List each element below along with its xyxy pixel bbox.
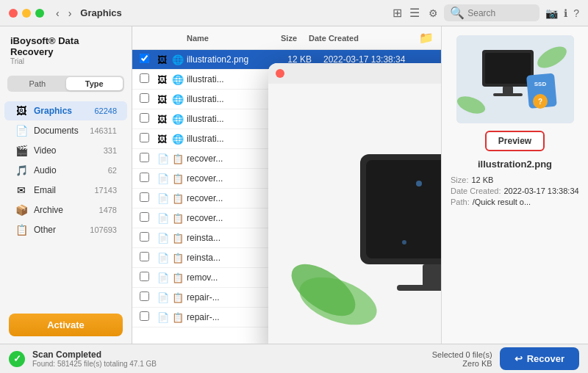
camera-icon[interactable]: 📷: [545, 7, 558, 19]
sidebar-icon-archive: 📦: [15, 204, 28, 216]
sidebar-item-documents[interactable]: 📄 Documents 146311: [4, 121, 127, 140]
selected-files-size: Zero KB: [432, 359, 492, 368]
sidebar-label-video: Video: [34, 145, 98, 156]
file-check-11[interactable]: [140, 271, 157, 284]
app-subtitle: Trial: [10, 57, 121, 65]
svg-rect-19: [485, 53, 531, 84]
info-icon[interactable]: ℹ: [564, 7, 567, 19]
file-path-detail: Path: /Quick result o...: [451, 198, 579, 206]
file-checkbox-13[interactable]: [140, 311, 149, 321]
file-checkbox-9[interactable]: [140, 232, 149, 242]
file-checkbox-11[interactable]: [140, 272, 149, 281]
preview-overlay: ? SSD: [268, 63, 441, 344]
file-type-icon-8: 📄: [157, 213, 172, 224]
back-button[interactable]: ‹: [53, 6, 62, 21]
file-check-3[interactable]: [140, 112, 157, 126]
file-check-9[interactable]: [140, 231, 157, 245]
maximize-button[interactable]: [35, 9, 44, 18]
activate-button[interactable]: Activate: [9, 314, 123, 336]
file-list-header: Name Size Date Created 📁: [132, 26, 441, 50]
file-info-name: illustration2.png: [478, 159, 552, 170]
file-format-icon-12: 📋: [172, 292, 187, 303]
svg-text:?: ?: [537, 98, 542, 106]
checkmark-icon: ✓: [13, 353, 21, 364]
size-label: Size:: [451, 175, 468, 184]
file-name-13: repair-...: [187, 312, 265, 322]
file-check-6[interactable]: [140, 172, 157, 185]
search-icon: 🔍: [450, 6, 465, 20]
tab-type[interactable]: Type: [66, 77, 123, 90]
file-check-10[interactable]: [140, 251, 157, 264]
sidebar-item-video[interactable]: 🎬 Video 331: [4, 141, 127, 160]
sidebar-label-graphics: Graphics: [34, 106, 88, 116]
file-check-1[interactable]: [140, 73, 157, 86]
file-checkbox-12[interactable]: [140, 291, 149, 301]
file-checkbox-1[interactable]: [140, 73, 149, 83]
file-format-icon-10: 📋: [172, 253, 187, 264]
file-type-icon-13: 📄: [157, 312, 172, 323]
forward-button[interactable]: ›: [65, 6, 75, 21]
file-name-4: illustrati...: [187, 134, 265, 144]
minimize-button[interactable]: [22, 9, 31, 18]
main-layout: iBoysoft® Data Recovery Trial Path Type …: [0, 26, 588, 344]
file-type-icon-4: 🖼: [157, 134, 172, 145]
sidebar-item-archive[interactable]: 📦 Archive 1478: [4, 200, 127, 220]
svg-rect-7: [397, 285, 441, 291]
file-check-2[interactable]: [140, 93, 157, 106]
sidebar-item-other[interactable]: 📋 Other 107693: [4, 220, 127, 239]
help-icon[interactable]: ?: [573, 7, 579, 19]
list-view-button[interactable]: ☰: [406, 4, 423, 21]
close-button[interactable]: [9, 9, 18, 18]
file-checkbox-5[interactable]: [140, 153, 149, 162]
file-format-icon-9: 📋: [172, 233, 187, 244]
sidebar-count-audio: 62: [108, 166, 117, 175]
extra-column: 📁: [419, 31, 434, 45]
tab-path[interactable]: Path: [9, 77, 66, 90]
recover-button[interactable]: ↩ Recover: [500, 347, 579, 370]
path-value: /Quick result o...: [473, 198, 531, 206]
sidebar-icon-documents: 📄: [15, 125, 28, 137]
sidebar-item-graphics[interactable]: 🖼 Graphics 62248: [4, 101, 127, 120]
scan-status: Scan Completed Found: 581425 file(s) tot…: [32, 350, 425, 368]
file-check-7[interactable]: [140, 192, 157, 205]
toolbar-right: ⊞ ☰ ⚙ 🔍 📷 ℹ ?: [390, 4, 579, 21]
file-checkbox-3[interactable]: [140, 113, 149, 123]
scan-status-detail: Found: 581425 file(s) totaling 47.1 GB: [32, 360, 425, 368]
file-checkbox-8[interactable]: [140, 212, 149, 222]
sidebar-count-video: 331: [104, 146, 117, 155]
file-check-4[interactable]: [140, 132, 157, 145]
app-title: iBoysoft® Data Recovery: [10, 35, 121, 57]
grid-view-button[interactable]: ⊞: [390, 4, 405, 21]
file-check-12[interactable]: [140, 291, 157, 304]
sidebar-item-email[interactable]: ✉ Email 17143: [4, 181, 127, 200]
file-type-icon-9: 📄: [157, 233, 172, 244]
file-check-5[interactable]: [140, 152, 157, 165]
sidebar-tabs: Path Type: [7, 76, 124, 92]
file-checkbox-6[interactable]: [140, 173, 149, 182]
file-name-3: illustrati...: [187, 114, 265, 124]
file-name-7: recover...: [187, 193, 265, 203]
file-checkbox-4[interactable]: [140, 133, 149, 142]
filter-button[interactable]: ⚙: [429, 7, 438, 19]
right-panel: ? SSD Preview illustration2.png Size: 12…: [441, 26, 588, 344]
file-format-icon-11: 📋: [172, 272, 187, 283]
file-checkbox-2[interactable]: [140, 93, 149, 103]
preview-button[interactable]: Preview: [485, 131, 545, 151]
file-date-detail: Date Created: 2022-03-17 13:38:34: [451, 186, 579, 195]
svg-point-14: [416, 181, 422, 186]
overlay-close-button[interactable]: [276, 69, 284, 78]
sidebar-item-audio[interactable]: 🎵 Audio 62: [4, 161, 127, 180]
sidebar-count-other: 107693: [90, 225, 117, 234]
search-input[interactable]: [467, 8, 534, 18]
file-name-10: reinsta...: [187, 253, 265, 263]
sidebar-items: 🖼 Graphics 62248 📄 Documents 146311 🎬 Vi…: [0, 98, 132, 306]
file-checkbox-0[interactable]: [140, 54, 149, 63]
sidebar-header: iBoysoft® Data Recovery Trial: [0, 26, 132, 70]
file-checkbox-10[interactable]: [140, 252, 149, 261]
file-check-13[interactable]: [140, 311, 157, 324]
sidebar-icon-email: ✉: [15, 184, 28, 196]
file-check-0[interactable]: [140, 53, 157, 66]
file-checkbox-7[interactable]: [140, 192, 149, 202]
scan-status-title: Scan Completed: [32, 350, 425, 360]
file-check-8[interactable]: [140, 211, 157, 225]
